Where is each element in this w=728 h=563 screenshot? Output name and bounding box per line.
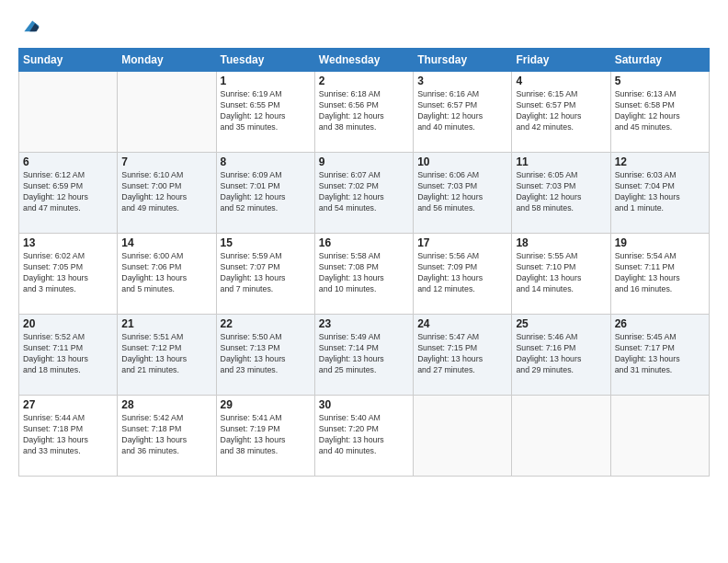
day-number: 23: [319, 317, 409, 330]
day-number: 22: [221, 317, 311, 330]
day-info: Sunrise: 6:10 AM Sunset: 7:00 PM Dayligh…: [121, 170, 211, 214]
day-number: 16: [319, 236, 409, 249]
calendar-cell: 4Sunrise: 6:15 AM Sunset: 6:57 PM Daylig…: [512, 72, 610, 153]
weekday-header-row: SundayMondayTuesdayWednesdayThursdayFrid…: [19, 49, 710, 72]
calendar-cell: 26Sunrise: 5:45 AM Sunset: 7:17 PM Dayli…: [610, 315, 709, 396]
day-info: Sunrise: 6:12 AM Sunset: 6:59 PM Dayligh…: [23, 170, 113, 214]
calendar: SundayMondayTuesdayWednesdayThursdayFrid…: [18, 48, 710, 477]
weekday-saturday: Saturday: [610, 49, 709, 72]
calendar-cell: 15Sunrise: 5:59 AM Sunset: 7:07 PM Dayli…: [216, 234, 314, 315]
day-info: Sunrise: 5:49 AM Sunset: 7:14 PM Dayligh…: [319, 332, 409, 376]
calendar-cell: 25Sunrise: 5:46 AM Sunset: 7:16 PM Dayli…: [512, 315, 610, 396]
day-info: Sunrise: 5:42 AM Sunset: 7:18 PM Dayligh…: [121, 413, 211, 457]
page: SundayMondayTuesdayWednesdayThursdayFrid…: [0, 0, 728, 563]
weekday-friday: Friday: [512, 49, 610, 72]
day-number: 21: [121, 317, 211, 330]
day-number: 14: [121, 236, 211, 249]
calendar-cell: 28Sunrise: 5:42 AM Sunset: 7:18 PM Dayli…: [118, 396, 216, 477]
weekday-wednesday: Wednesday: [314, 49, 413, 72]
day-number: 29: [221, 398, 311, 411]
calendar-cell: 9Sunrise: 6:07 AM Sunset: 7:02 PM Daylig…: [314, 153, 413, 234]
day-number: 19: [615, 236, 705, 249]
day-info: Sunrise: 6:05 AM Sunset: 7:03 PM Dayligh…: [516, 170, 606, 214]
day-number: 27: [23, 398, 113, 411]
day-info: Sunrise: 5:47 AM Sunset: 7:15 PM Dayligh…: [417, 332, 507, 376]
calendar-cell: 30Sunrise: 5:40 AM Sunset: 7:20 PM Dayli…: [314, 396, 413, 477]
day-info: Sunrise: 5:59 AM Sunset: 7:07 PM Dayligh…: [221, 251, 311, 295]
weekday-tuesday: Tuesday: [216, 49, 314, 72]
day-info: Sunrise: 6:07 AM Sunset: 7:02 PM Dayligh…: [319, 170, 409, 214]
calendar-cell: [610, 396, 709, 477]
day-number: 10: [417, 155, 507, 168]
day-number: 7: [121, 155, 211, 168]
day-info: Sunrise: 6:18 AM Sunset: 6:56 PM Dayligh…: [319, 89, 409, 133]
calendar-cell: 5Sunrise: 6:13 AM Sunset: 6:58 PM Daylig…: [610, 72, 709, 153]
calendar-cell: 17Sunrise: 5:56 AM Sunset: 7:09 PM Dayli…: [414, 234, 512, 315]
logo: [18, 17, 40, 39]
day-info: Sunrise: 5:40 AM Sunset: 7:20 PM Dayligh…: [319, 413, 409, 457]
day-info: Sunrise: 6:09 AM Sunset: 7:01 PM Dayligh…: [221, 170, 311, 214]
calendar-cell: 14Sunrise: 6:00 AM Sunset: 7:06 PM Dayli…: [118, 234, 216, 315]
calendar-cell: 21Sunrise: 5:51 AM Sunset: 7:12 PM Dayli…: [118, 315, 216, 396]
day-info: Sunrise: 5:50 AM Sunset: 7:13 PM Dayligh…: [221, 332, 311, 376]
calendar-cell: 27Sunrise: 5:44 AM Sunset: 7:18 PM Dayli…: [19, 396, 118, 477]
day-number: 4: [516, 75, 606, 87]
day-info: Sunrise: 5:46 AM Sunset: 7:16 PM Dayligh…: [516, 332, 606, 376]
logo-icon: [20, 17, 40, 37]
day-info: Sunrise: 5:58 AM Sunset: 7:08 PM Dayligh…: [319, 251, 409, 295]
calendar-cell: 6Sunrise: 6:12 AM Sunset: 6:59 PM Daylig…: [19, 153, 118, 234]
day-info: Sunrise: 6:02 AM Sunset: 7:05 PM Dayligh…: [23, 251, 113, 295]
calendar-cell: 16Sunrise: 5:58 AM Sunset: 7:08 PM Dayli…: [314, 234, 413, 315]
calendar-cell: 22Sunrise: 5:50 AM Sunset: 7:13 PM Dayli…: [216, 315, 314, 396]
day-number: 3: [417, 75, 507, 87]
calendar-cell: 19Sunrise: 5:54 AM Sunset: 7:11 PM Dayli…: [610, 234, 709, 315]
calendar-cell: 18Sunrise: 5:55 AM Sunset: 7:10 PM Dayli…: [512, 234, 610, 315]
weekday-thursday: Thursday: [414, 49, 512, 72]
day-number: 28: [121, 398, 211, 411]
day-info: Sunrise: 6:00 AM Sunset: 7:06 PM Dayligh…: [121, 251, 211, 295]
day-info: Sunrise: 6:19 AM Sunset: 6:55 PM Dayligh…: [221, 89, 311, 133]
day-number: 13: [23, 236, 113, 249]
day-info: Sunrise: 5:52 AM Sunset: 7:11 PM Dayligh…: [23, 332, 113, 376]
calendar-week-row: 1Sunrise: 6:19 AM Sunset: 6:55 PM Daylig…: [19, 72, 710, 153]
calendar-week-row: 27Sunrise: 5:44 AM Sunset: 7:18 PM Dayli…: [19, 396, 710, 477]
day-info: Sunrise: 6:16 AM Sunset: 6:57 PM Dayligh…: [417, 89, 507, 133]
calendar-cell: 11Sunrise: 6:05 AM Sunset: 7:03 PM Dayli…: [512, 153, 610, 234]
calendar-cell: 2Sunrise: 6:18 AM Sunset: 6:56 PM Daylig…: [314, 72, 413, 153]
calendar-cell: 1Sunrise: 6:19 AM Sunset: 6:55 PM Daylig…: [216, 72, 314, 153]
day-info: Sunrise: 5:54 AM Sunset: 7:11 PM Dayligh…: [615, 251, 705, 295]
calendar-week-row: 13Sunrise: 6:02 AM Sunset: 7:05 PM Dayli…: [19, 234, 710, 315]
calendar-cell: 29Sunrise: 5:41 AM Sunset: 7:19 PM Dayli…: [216, 396, 314, 477]
calendar-week-row: 6Sunrise: 6:12 AM Sunset: 6:59 PM Daylig…: [19, 153, 710, 234]
day-info: Sunrise: 6:03 AM Sunset: 7:04 PM Dayligh…: [615, 170, 705, 214]
day-info: Sunrise: 5:56 AM Sunset: 7:09 PM Dayligh…: [417, 251, 507, 295]
calendar-cell: 7Sunrise: 6:10 AM Sunset: 7:00 PM Daylig…: [118, 153, 216, 234]
day-number: 25: [516, 317, 606, 330]
day-info: Sunrise: 5:44 AM Sunset: 7:18 PM Dayligh…: [23, 413, 113, 457]
calendar-cell: 8Sunrise: 6:09 AM Sunset: 7:01 PM Daylig…: [216, 153, 314, 234]
calendar-cell: 13Sunrise: 6:02 AM Sunset: 7:05 PM Dayli…: [19, 234, 118, 315]
day-number: 24: [417, 317, 507, 330]
weekday-sunday: Sunday: [19, 49, 118, 72]
day-number: 26: [615, 317, 705, 330]
day-number: 20: [23, 317, 113, 330]
calendar-cell: 20Sunrise: 5:52 AM Sunset: 7:11 PM Dayli…: [19, 315, 118, 396]
calendar-cell: [414, 396, 512, 477]
day-info: Sunrise: 5:45 AM Sunset: 7:17 PM Dayligh…: [615, 332, 705, 376]
day-number: 17: [417, 236, 507, 249]
day-number: 8: [221, 155, 311, 168]
calendar-cell: 12Sunrise: 6:03 AM Sunset: 7:04 PM Dayli…: [610, 153, 709, 234]
day-number: 30: [319, 398, 409, 411]
day-info: Sunrise: 5:41 AM Sunset: 7:19 PM Dayligh…: [221, 413, 311, 457]
day-number: 12: [615, 155, 705, 168]
calendar-cell: 24Sunrise: 5:47 AM Sunset: 7:15 PM Dayli…: [414, 315, 512, 396]
day-info: Sunrise: 5:55 AM Sunset: 7:10 PM Dayligh…: [516, 251, 606, 295]
calendar-cell: [19, 72, 118, 153]
day-number: 5: [615, 75, 705, 87]
calendar-week-row: 20Sunrise: 5:52 AM Sunset: 7:11 PM Dayli…: [19, 315, 710, 396]
header: [18, 17, 710, 39]
calendar-cell: 3Sunrise: 6:16 AM Sunset: 6:57 PM Daylig…: [414, 72, 512, 153]
calendar-cell: [118, 72, 216, 153]
day-number: 11: [516, 155, 606, 168]
calendar-cell: 23Sunrise: 5:49 AM Sunset: 7:14 PM Dayli…: [314, 315, 413, 396]
